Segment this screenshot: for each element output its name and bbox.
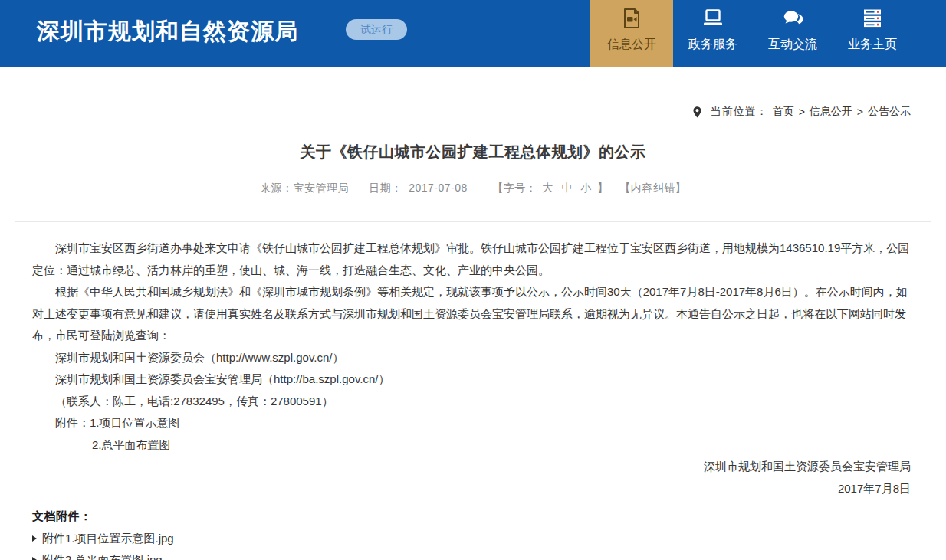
document-attachments: 文档附件： 附件1.项目位置示意图.jpg 附件2.总平面布置图.jpg — [0, 499, 946, 560]
location-pin-icon — [692, 106, 702, 119]
nav-tab-label: 政务服务 — [688, 37, 737, 53]
site-header: 深圳市规划和自然资源局 试运行 信息公开 政务服务 — [0, 0, 946, 67]
breadcrumb-separator: > — [857, 106, 863, 118]
paragraph: 根据《中华人民共和国城乡规划法》和《深圳市城市规划条例》等相关规定，现就该事项予… — [32, 281, 911, 347]
server-list-icon — [861, 7, 884, 30]
font-size-label: 【字号： — [492, 182, 537, 195]
site-title[interactable]: 深圳市规划和自然资源局 — [0, 0, 298, 67]
signature-date: 2017年7月8日 — [32, 478, 911, 500]
nav-tab-business-home[interactable]: 业务主页 — [833, 0, 912, 67]
breadcrumb-item-announcements[interactable]: 公告公示 — [868, 105, 911, 119]
annex-line-2: 2.总平面布置图 — [32, 434, 911, 457]
breadcrumb-item-info-disclosure[interactable]: 信息公开 — [810, 105, 852, 119]
attachment-filename: 附件2.总平面布置图.jpg — [42, 549, 163, 560]
article-date-label: 日期： — [369, 182, 402, 195]
nav-tab-label: 业务主页 — [848, 37, 897, 53]
laptop-icon — [701, 7, 724, 30]
nav-tab-government-services[interactable]: 政务服务 — [673, 0, 753, 67]
attachment-link-2[interactable]: 附件2.总平面布置图.jpg — [32, 549, 911, 560]
breadcrumb-item-home[interactable]: 首页 — [773, 105, 794, 119]
article-date: 2017-07-08 — [409, 182, 468, 194]
chat-bubbles-icon — [781, 7, 804, 30]
nav-tab-info-disclosure[interactable]: 信息公开 — [590, 0, 673, 67]
article-body: 深圳市宝安区西乡街道办事处来文申请《铁仔山城市公园扩建工程总体规划》审批。铁仔山… — [0, 222, 946, 499]
trial-run-badge: 试运行 — [346, 19, 407, 40]
article-source: 来源：宝安管理局 — [260, 182, 349, 195]
page-title: 关于《铁仔山城市公园扩建工程总体规划》的公示 — [0, 142, 946, 162]
paragraph: 深圳市宝安区西乡街道办事处来文申请《铁仔山城市公园扩建工程总体规划》审批。铁仔山… — [32, 237, 911, 281]
breadcrumb-label: 当前位置： — [711, 105, 768, 119]
main-nav: 信息公开 政务服务 互动交流 — [590, 0, 946, 67]
breadcrumb-separator: > — [799, 106, 805, 118]
article-meta: 来源：宝安管理局 日期： 2017-07-08 【字号： 大 中 小 】 【内容… — [0, 182, 946, 195]
content-correction-button[interactable]: 【内容纠错】 — [619, 182, 686, 195]
website-line: 深圳市规划和国土资源委员会宝安管理局（http://ba.szpl.gov.cn… — [32, 368, 911, 391]
attachment-filename: 附件1.项目位置示意图.jpg — [42, 528, 174, 550]
font-size-small-button[interactable]: 小 — [580, 182, 592, 195]
font-size-label-close: 】 — [597, 182, 609, 195]
font-size-medium-button[interactable]: 中 — [561, 182, 573, 195]
website-line: 深圳市规划和国土资源委员会（http://www.szpl.gov.cn/） — [32, 347, 911, 369]
breadcrumb: 当前位置： 首页 > 信息公开 > 公告公示 — [0, 105, 946, 119]
attachment-link-1[interactable]: 附件1.项目位置示意图.jpg — [32, 528, 911, 550]
annex-line-1: 附件：1.项目位置示意图 — [32, 412, 911, 434]
attachments-heading: 文档附件： — [32, 506, 911, 528]
nav-tab-interaction[interactable]: 互动交流 — [753, 0, 833, 67]
triangle-bullet-icon — [32, 535, 37, 542]
nav-tab-label: 互动交流 — [768, 37, 817, 53]
signature: 深圳市规划和国土资源委员会宝安管理局 — [32, 456, 911, 478]
document-video-icon — [620, 7, 643, 30]
contact-line: （联系人：陈工，电话:27832495，传真：27800591） — [32, 391, 911, 413]
triangle-bullet-icon — [32, 557, 37, 560]
font-size-large-button[interactable]: 大 — [543, 182, 554, 195]
nav-tab-label: 信息公开 — [607, 37, 656, 53]
